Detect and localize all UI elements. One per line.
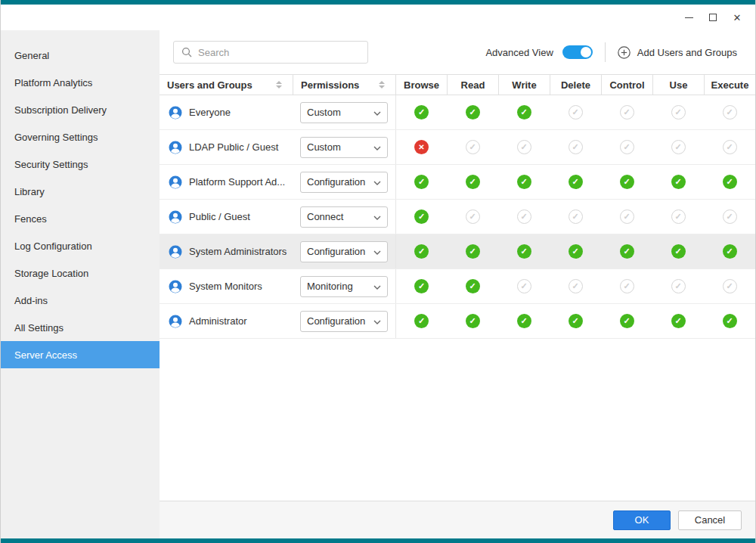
- column-header-permissions[interactable]: Permissions: [293, 75, 395, 95]
- sidebar-item-library[interactable]: Library: [1, 178, 160, 205]
- granted-check-icon: ✓: [414, 105, 429, 119]
- access-cell-control[interactable]: ✓: [601, 269, 652, 303]
- close-button[interactable]: ✕: [725, 5, 749, 30]
- access-cell-read[interactable]: ✓: [447, 165, 498, 199]
- access-cell-control[interactable]: ✓: [601, 234, 652, 268]
- access-cell-use[interactable]: ✓: [652, 304, 704, 338]
- access-cell-write[interactable]: ✓: [498, 234, 550, 268]
- unset-check-icon: ✓: [671, 105, 686, 119]
- sort-icon[interactable]: [276, 81, 285, 88]
- access-cell-read[interactable]: ✓: [447, 269, 498, 303]
- sidebar-item-storage-location[interactable]: Storage Location: [1, 259, 160, 287]
- access-cell-use[interactable]: ✓: [652, 130, 704, 164]
- permission-dropdown[interactable]: Connect: [300, 206, 388, 228]
- access-cell-browse[interactable]: ✕: [395, 130, 447, 164]
- access-cell-read[interactable]: ✓: [447, 95, 498, 129]
- access-cell-delete[interactable]: ✓: [550, 234, 601, 268]
- access-cell-browse[interactable]: ✓: [395, 95, 447, 129]
- table-row[interactable]: System AdministratorsConfiguration✓✓✓✓✓✓…: [160, 234, 755, 269]
- chevron-down-icon: [373, 107, 381, 118]
- access-cell-delete[interactable]: ✓: [550, 165, 601, 199]
- permission-dropdown[interactable]: Configuration: [300, 172, 388, 193]
- permission-dropdown[interactable]: Configuration: [300, 241, 388, 262]
- access-cell-write[interactable]: ✓: [498, 130, 550, 164]
- access-cell-control[interactable]: ✓: [601, 95, 652, 129]
- table-row[interactable]: EveryoneCustom✓✓✓✓✓✓✓: [160, 95, 755, 130]
- search-input[interactable]: [198, 47, 360, 58]
- sidebar-item-all-settings[interactable]: All Settings: [1, 314, 160, 341]
- footer: OK Cancel: [160, 501, 755, 538]
- access-cell-browse[interactable]: ✓: [395, 304, 447, 338]
- access-cell-control[interactable]: ✓: [601, 304, 652, 338]
- access-cell-write[interactable]: ✓: [498, 95, 550, 129]
- access-cell-execute[interactable]: ✓: [704, 269, 755, 303]
- permission-dropdown[interactable]: Custom: [300, 137, 388, 158]
- access-cell-write[interactable]: ✓: [498, 269, 550, 303]
- access-cell-use[interactable]: ✓: [652, 200, 704, 234]
- access-cell-read[interactable]: ✓: [447, 130, 498, 164]
- access-cell-browse[interactable]: ✓: [395, 200, 447, 234]
- table-row[interactable]: LDAP Public / GuestCustom✕✓✓✓✓✓✓: [160, 130, 755, 165]
- table-row[interactable]: AdministratorConfiguration✓✓✓✓✓✓✓: [160, 304, 755, 339]
- access-cell-browse[interactable]: ✓: [395, 165, 447, 199]
- user-group-name: Everyone: [189, 107, 231, 118]
- advanced-view-toggle[interactable]: [562, 45, 593, 59]
- access-cell-use[interactable]: ✓: [652, 95, 704, 129]
- access-cell-execute[interactable]: ✓: [704, 234, 755, 268]
- access-cell-delete[interactable]: ✓: [550, 95, 601, 129]
- access-cell-execute[interactable]: ✓: [704, 200, 755, 234]
- access-cell-execute[interactable]: ✓: [704, 95, 755, 129]
- column-label: Permissions: [301, 79, 359, 91]
- access-cell-write[interactable]: ✓: [498, 200, 550, 234]
- table-row[interactable]: Platform Support Ad...Configuration✓✓✓✓✓…: [160, 165, 755, 200]
- sidebar-item-server-access[interactable]: Server Access: [1, 341, 160, 368]
- sidebar-item-add-ins[interactable]: Add-ins: [1, 287, 160, 314]
- access-cell-read[interactable]: ✓: [447, 234, 498, 268]
- sort-icon[interactable]: [379, 81, 388, 88]
- access-cell-delete[interactable]: ✓: [550, 304, 601, 338]
- close-icon: ✕: [733, 13, 742, 23]
- access-cell-write[interactable]: ✓: [498, 304, 550, 338]
- table-row[interactable]: System MonitorsMonitoring✓✓✓✓✓✓✓: [160, 269, 755, 304]
- cancel-button[interactable]: Cancel: [678, 510, 742, 530]
- sidebar-item-log-configuration[interactable]: Log Configuration: [1, 232, 160, 259]
- access-cell-read[interactable]: ✓: [447, 304, 498, 338]
- access-cell-delete[interactable]: ✓: [550, 269, 601, 303]
- maximize-icon: [709, 14, 717, 21]
- sidebar-item-security-settings[interactable]: Security Settings: [1, 150, 160, 178]
- access-cell-execute[interactable]: ✓: [704, 130, 755, 164]
- sidebar-item-general[interactable]: General: [1, 42, 160, 69]
- maximize-button[interactable]: [701, 5, 725, 30]
- granted-check-icon: ✓: [620, 314, 634, 328]
- access-cell-control[interactable]: ✓: [601, 130, 652, 164]
- ok-button[interactable]: OK: [613, 510, 671, 530]
- sidebar-item-governing-settings[interactable]: Governing Settings: [1, 123, 160, 150]
- permission-dropdown[interactable]: Configuration: [300, 311, 388, 332]
- add-users-button[interactable]: Add Users and Groups: [618, 46, 737, 59]
- user-group-cell: Administrator: [160, 304, 293, 338]
- sidebar-item-platform-analytics[interactable]: Platform Analytics: [1, 69, 160, 96]
- access-cell-delete[interactable]: ✓: [550, 130, 601, 164]
- access-cell-delete[interactable]: ✓: [550, 200, 601, 234]
- access-cell-use[interactable]: ✓: [652, 234, 704, 268]
- access-cell-browse[interactable]: ✓: [395, 269, 447, 303]
- access-cell-execute[interactable]: ✓: [704, 304, 755, 338]
- permission-dropdown[interactable]: Monitoring: [300, 276, 388, 297]
- sidebar-item-fences[interactable]: Fences: [1, 205, 160, 232]
- sidebar-item-subscription-delivery[interactable]: Subscription Delivery: [1, 96, 160, 123]
- column-header-users-and-groups[interactable]: Users and Groups: [160, 75, 293, 95]
- permission-dropdown[interactable]: Custom: [300, 102, 388, 123]
- table-row[interactable]: Public / GuestConnect✓✓✓✓✓✓✓: [160, 200, 755, 234]
- granted-check-icon: ✓: [620, 175, 634, 189]
- access-cell-use[interactable]: ✓: [652, 165, 704, 199]
- table-header: Users and GroupsPermissionsBrowseReadWri…: [160, 74, 755, 95]
- permission-value: Custom: [307, 141, 341, 153]
- access-cell-browse[interactable]: ✓: [395, 234, 447, 268]
- access-cell-control[interactable]: ✓: [601, 200, 652, 234]
- minimize-button[interactable]: [677, 5, 701, 30]
- access-cell-use[interactable]: ✓: [652, 269, 704, 303]
- access-cell-control[interactable]: ✓: [601, 165, 652, 199]
- access-cell-execute[interactable]: ✓: [704, 165, 755, 199]
- access-cell-write[interactable]: ✓: [498, 165, 550, 199]
- access-cell-read[interactable]: ✓: [447, 200, 498, 234]
